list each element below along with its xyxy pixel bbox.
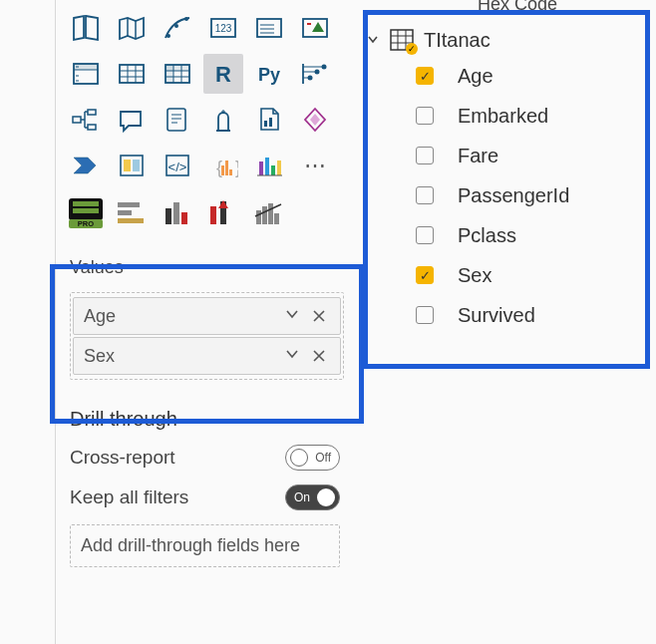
chevron-down-icon[interactable]	[278, 306, 306, 327]
field-label: Sex	[84, 346, 278, 367]
custom-bar1-icon[interactable]	[112, 193, 152, 233]
drill-through-section: Drill through Cross-report Off Keep all …	[56, 386, 354, 575]
svg-rect-5	[257, 19, 281, 37]
viz-kpi-icon[interactable]	[295, 8, 335, 48]
viz-more-icon[interactable]: ⋯	[295, 146, 335, 185]
svg-text:123: 123	[215, 23, 232, 34]
remove-icon[interactable]	[306, 305, 332, 328]
drill-through-title: Drill through	[70, 408, 340, 431]
cross-report-label: Cross-report	[70, 447, 175, 469]
svg-rect-38	[88, 125, 96, 130]
chevron-down-icon[interactable]	[278, 346, 306, 367]
keep-filters-label: Keep all filters	[70, 486, 188, 508]
svg-rect-36	[73, 117, 81, 123]
custom-bar2-icon[interactable]	[158, 193, 197, 233]
checkbox-icon[interactable]	[416, 147, 434, 164]
svg-rect-77	[262, 206, 267, 224]
field-label: Sex	[458, 264, 492, 287]
field-label: Age	[84, 306, 278, 327]
svg-rect-69	[118, 218, 144, 223]
viz-smart-narrative-icon[interactable]	[158, 100, 197, 140]
viz-decomposition-tree-icon[interactable]	[66, 100, 106, 140]
svg-rect-37	[88, 110, 96, 115]
table-row-titanac[interactable]: ✓ TItanac	[364, 24, 656, 56]
field-label: Embarked	[458, 105, 548, 128]
custom-bar4-icon[interactable]	[249, 193, 289, 233]
field-row-age[interactable]: ✓ Age	[364, 56, 656, 96]
viz-paginated-report-icon[interactable]	[249, 100, 289, 140]
svg-rect-53	[221, 165, 224, 175]
keep-filters-row: Keep all filters On	[70, 484, 340, 510]
viz-powerautomate-icon[interactable]	[66, 146, 106, 185]
svg-rect-55	[229, 169, 232, 175]
svg-rect-68	[118, 210, 132, 215]
svg-rect-67	[118, 202, 140, 207]
values-section: Values Age Sex	[56, 243, 354, 386]
zebra-pro-icon[interactable]: PRO	[66, 193, 106, 233]
svg-rect-60	[277, 161, 281, 175]
viz-r-script-icon[interactable]: R	[203, 54, 243, 94]
svg-rect-78	[268, 203, 273, 224]
keep-filters-toggle[interactable]: On	[285, 484, 340, 510]
field-row-embarked[interactable]: Embarked	[364, 96, 656, 136]
viz-qna-icon[interactable]	[112, 100, 152, 140]
svg-point-1	[174, 24, 178, 28]
field-row-pclass[interactable]: Pclass	[364, 215, 656, 255]
viz-custom1-icon[interactable]	[112, 146, 152, 185]
checkbox-icon[interactable]	[416, 107, 434, 125]
svg-rect-42	[216, 130, 230, 132]
svg-rect-72	[181, 212, 187, 224]
svg-rect-76	[256, 210, 261, 224]
viz-card-icon[interactable]: 123	[203, 8, 243, 48]
checkbox-icon[interactable]	[416, 186, 434, 204]
field-row-survived[interactable]: Survived	[364, 295, 656, 335]
checkbox-icon[interactable]: ✓	[416, 266, 434, 284]
svg-rect-15	[120, 65, 144, 83]
add-drill-fields-placeholder[interactable]: Add drill-through fields here	[70, 524, 340, 567]
viz-goals-icon[interactable]	[203, 100, 243, 140]
field-row-fare[interactable]: Fare	[364, 136, 656, 175]
values-field-wells: Age Sex	[70, 292, 344, 380]
remove-icon[interactable]	[306, 345, 332, 368]
checkbox-icon[interactable]: ✓	[416, 67, 434, 85]
custom-visuals-row: PRO	[56, 191, 354, 243]
value-field-age[interactable]: Age	[73, 297, 341, 335]
viz-custom3-icon[interactable]: {}	[203, 146, 243, 185]
field-label: Survived	[458, 304, 535, 327]
field-row-passengerid[interactable]: PassengerId	[364, 175, 656, 215]
field-row-sex[interactable]: ✓ Sex	[364, 255, 656, 295]
svg-text:PRO: PRO	[78, 219, 94, 228]
viz-shape-map2-icon[interactable]	[112, 8, 152, 48]
field-label: Fare	[458, 145, 498, 167]
viz-shape-map-icon[interactable]	[66, 8, 106, 48]
custom-bar3-icon[interactable]	[203, 193, 243, 233]
viz-table-icon[interactable]	[112, 54, 152, 94]
toggle-on-text: On	[294, 490, 310, 504]
toggle-knob	[317, 488, 335, 506]
viz-python-icon[interactable]: Py	[249, 54, 289, 94]
viz-key-influencers-icon[interactable]	[295, 54, 335, 94]
viz-powerapps-icon[interactable]	[295, 100, 335, 140]
svg-rect-49	[133, 160, 140, 171]
value-field-sex[interactable]: Sex	[73, 337, 341, 375]
viz-slicer-icon[interactable]	[66, 54, 106, 94]
viz-matrix-icon[interactable]	[158, 54, 197, 94]
svg-marker-10	[312, 22, 324, 32]
viz-custom4-icon[interactable]	[249, 146, 289, 185]
viz-multirow-card-icon[interactable]	[249, 8, 289, 48]
table-name: TItanac	[424, 29, 491, 52]
values-title: Values	[70, 257, 344, 278]
svg-rect-63	[73, 201, 99, 206]
svg-rect-58	[265, 158, 269, 175]
field-label: Pclass	[458, 224, 516, 247]
checkbox-icon[interactable]	[416, 306, 434, 324]
toggle-off-text: Off	[315, 451, 331, 465]
cross-report-toggle[interactable]: Off	[285, 445, 340, 471]
viz-funnel-icon[interactable]	[158, 8, 197, 48]
svg-rect-59	[271, 165, 275, 175]
table-icon: ✓	[390, 29, 414, 51]
checkbox-icon[interactable]	[416, 226, 434, 244]
svg-rect-64	[73, 208, 99, 213]
viz-custom2-icon[interactable]: </>	[158, 146, 197, 185]
truncated-field-above: Hex Code	[478, 0, 557, 15]
